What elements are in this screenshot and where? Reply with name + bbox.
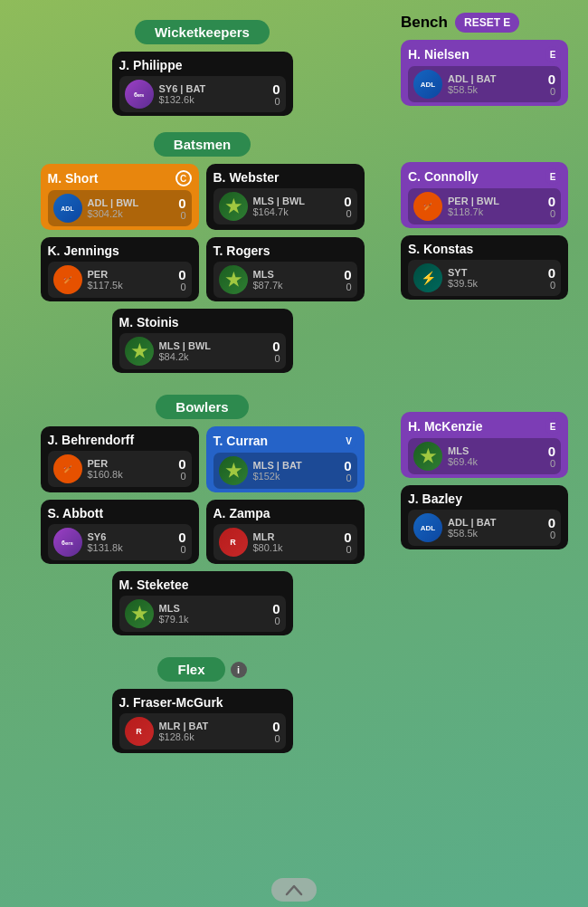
flex-info-icon[interactable]: i: [231, 662, 247, 678]
player-card-philippe[interactable]: J. Philippe 6ers SY6 | BAT $132.6k 0 0: [112, 52, 293, 116]
price-fraser: $128.6k: [159, 731, 268, 742]
player-name-webster: B. Webster: [213, 170, 280, 185]
player-card-short[interactable]: M. Short C ADL ADL | BWL $304.2k 0 0: [41, 164, 199, 230]
player-name-stoinis: M. Stoinis: [119, 315, 179, 329]
badge-connolly: E: [545, 168, 561, 185]
badge-curran: V: [341, 433, 357, 449]
sub-abbott: 0: [180, 545, 185, 555]
bench-title: Bench: [401, 14, 448, 32]
player-card-rogers[interactable]: T. Rogers ★ MLS $87.7k 0 0: [206, 237, 365, 301]
score-konstas: 0: [548, 266, 555, 280]
player-name-philippe: J. Philippe: [119, 58, 183, 72]
score-philippe: 0: [272, 82, 280, 96]
team-stoinis: MLS | BWL: [159, 340, 268, 351]
team-philippe: SY6 | BAT: [159, 83, 268, 94]
score-jennings: 0: [178, 268, 185, 282]
team-bazley: ADL | BAT: [448, 517, 543, 528]
badge-short: C: [175, 170, 192, 186]
team-mckenzie: MLS: [448, 445, 543, 456]
team-curran: MLS | BAT: [253, 460, 339, 471]
logo-fraser: R: [125, 717, 154, 746]
player-card-stoinis[interactable]: M. Stoinis ★ MLS | BWL $84.2k 0 0: [112, 309, 293, 373]
price-rogers: $87.7k: [253, 280, 339, 291]
team-behrendorff: PER: [88, 458, 174, 469]
price-philippe: $132.6k: [159, 94, 268, 105]
score-zampa: 0: [344, 530, 351, 544]
team-short: ADL | BWL: [88, 197, 174, 208]
sub-fraser: 0: [274, 734, 280, 744]
player-card-steketee[interactable]: M. Steketee ★ MLS $79.1k 0 0: [112, 571, 293, 635]
price-zampa: $80.1k: [253, 542, 339, 553]
score-behrendorff: 0: [178, 457, 185, 471]
logo-konstas: ⚡: [413, 263, 442, 292]
score-short: 0: [178, 196, 185, 210]
score-fraser: 0: [272, 720, 280, 733]
team-zampa: MLR: [253, 531, 339, 542]
team-konstas: SYT: [448, 267, 543, 278]
player-card-webster[interactable]: B. Webster ★ MLS | BWL $164.7k 0 0: [206, 164, 365, 230]
score-connolly: 0: [548, 195, 555, 208]
team-steketee: MLS: [159, 603, 268, 614]
logo-connolly: 🏏: [413, 192, 442, 221]
score-webster: 0: [344, 195, 351, 208]
player-name-nielsen: H. Nielsen: [408, 47, 469, 62]
player-card-abbott[interactable]: S. Abbott 6ers SY6 $131.8k 0 0: [41, 500, 199, 564]
player-card-connolly[interactable]: C. Connolly E 🏏 PER | BWL $118.7k 0 0: [401, 162, 568, 228]
team-fraser: MLR | BAT: [159, 721, 268, 731]
logo-abbott: 6ers: [53, 528, 82, 557]
price-nielsen: $58.5k: [448, 84, 543, 95]
sub-curran: 0: [346, 473, 351, 483]
sub-bazley: 0: [550, 530, 555, 540]
reset-button[interactable]: RESET E: [455, 13, 519, 33]
sub-short: 0: [180, 211, 185, 221]
badge-mckenzie: E: [545, 418, 561, 434]
player-card-zampa[interactable]: A. Zampa R MLR $80.1k 0 0: [206, 500, 365, 564]
price-steketee: $79.1k: [159, 614, 268, 625]
player-name-bazley: J. Bazley: [408, 492, 462, 506]
price-konstas: $39.5k: [448, 278, 543, 289]
logo-bazley: ADL: [413, 513, 442, 542]
sub-jennings: 0: [180, 282, 185, 292]
player-name-abbott: S. Abbott: [48, 506, 104, 520]
player-card-bazley[interactable]: J. Bazley ADL ADL | BAT $58.5k 0 0: [401, 485, 568, 549]
player-card-behrendorff[interactable]: J. Behrendorff 🏏 PER $160.8k 0 0: [41, 426, 199, 492]
player-card-mckenzie[interactable]: H. McKenzie E ★ MLS $69.4k 0 0: [401, 412, 568, 478]
score-mckenzie: 0: [548, 444, 555, 458]
score-bazley: 0: [548, 516, 555, 530]
logo-philippe: 6ers: [125, 80, 154, 109]
sub-steketee: 0: [274, 616, 280, 626]
price-abbott: $131.8k: [88, 542, 174, 553]
price-behrendorff: $160.8k: [88, 469, 174, 480]
price-webster: $164.7k: [253, 206, 339, 217]
player-name-fraser: J. Fraser-McGurk: [119, 695, 223, 710]
logo-behrendorff: 🏏: [53, 454, 82, 483]
logo-stoinis: ★: [125, 337, 154, 366]
player-name-behrendorff: J. Behrendorff: [48, 433, 135, 447]
logo-nielsen: ADL: [413, 70, 442, 99]
scroll-up-button[interactable]: [271, 878, 317, 902]
team-jennings: PER: [88, 269, 174, 280]
player-name-zampa: A. Zampa: [213, 506, 270, 520]
player-name-steketee: M. Steketee: [119, 578, 189, 592]
player-card-fraser[interactable]: J. Fraser-McGurk R MLR | BAT $128.6k 0 0: [112, 689, 293, 753]
sub-philippe: 0: [274, 97, 280, 107]
logo-mckenzie: ★: [413, 442, 442, 471]
logo-webster: ★: [219, 192, 248, 221]
logo-steketee: ★: [125, 599, 154, 628]
player-card-nielsen[interactable]: H. Nielsen E ADL ADL | BAT $58.5k 0 0: [401, 40, 568, 106]
bowlers-header: Bowlers: [156, 395, 248, 419]
price-bazley: $58.5k: [448, 528, 543, 539]
batsmen-header: Batsmen: [154, 132, 251, 157]
score-steketee: 0: [272, 602, 280, 616]
player-card-curran[interactable]: T. Curran V ★ MLS | BAT $152k 0: [206, 426, 365, 492]
player-name-short: M. Short: [48, 171, 99, 186]
logo-rogers: ★: [219, 265, 248, 294]
team-rogers: MLS: [253, 269, 339, 280]
score-abbott: 0: [178, 530, 185, 544]
logo-short: ADL: [53, 194, 82, 223]
sub-stoinis: 0: [274, 354, 280, 364]
player-card-konstas[interactable]: S. Konstas ⚡ SYT $39.5k 0 0: [401, 235, 568, 300]
team-abbott: SY6: [88, 531, 174, 542]
player-card-jennings[interactable]: K. Jennings 🏏 PER $117.5k 0 0: [41, 237, 199, 301]
player-name-konstas: S. Konstas: [408, 242, 473, 256]
